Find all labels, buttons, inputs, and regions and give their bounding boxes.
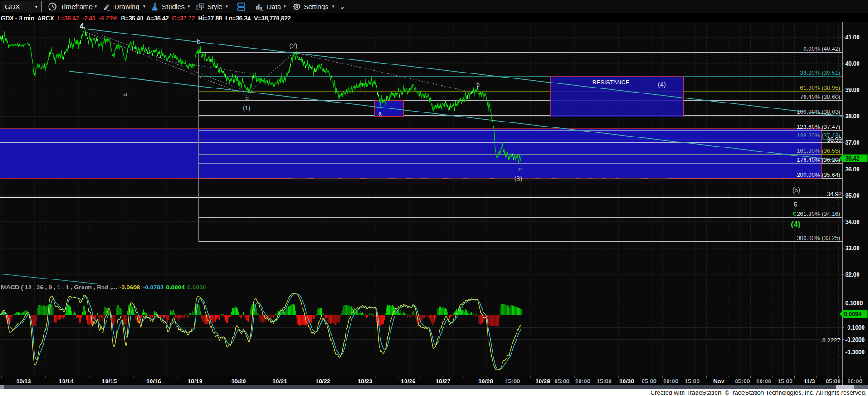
svg-text:33.00: 33.00 [845,244,860,252]
svg-text:36.42: 36.42 [845,155,860,162]
svg-text:0.0000: 0.0000 [187,284,206,291]
svg-text:10:00: 10:00 [847,378,862,385]
svg-text:34.92: 34.92 [827,191,842,197]
svg-text:15:00: 15:00 [684,378,699,385]
svg-text:15:00: 15:00 [777,378,792,385]
svg-text:(1): (1) [243,104,250,112]
svg-text:10/20: 10/20 [231,378,246,385]
svg-text:35.00: 35.00 [845,192,860,199]
svg-text:10/19: 10/19 [188,378,203,385]
svg-text:15:00: 15:00 [505,378,520,385]
svg-text:36.99: 36.99 [827,136,842,143]
svg-text:10/14: 10/14 [59,378,74,385]
svg-text:38.00: 38.00 [845,112,860,120]
svg-text:10/23: 10/23 [358,378,373,385]
svg-text:10/30: 10/30 [619,378,634,385]
svg-text:0.0094: 0.0094 [844,310,862,318]
svg-text:05:00: 05:00 [554,378,569,385]
svg-text:10/21: 10/21 [273,378,288,385]
svg-text:a: a [378,110,382,117]
svg-text:76.40% (38.60): 76.40% (38.60) [800,93,840,100]
svg-text:10/28: 10/28 [478,378,493,385]
svg-text:b: b [476,81,480,88]
svg-text:10:00: 10:00 [663,378,678,385]
svg-text:10/22: 10/22 [316,378,331,385]
svg-text:-0.0702: -0.0702 [143,284,164,291]
svg-text:0.00% (40.42): 0.00% (40.42) [803,45,840,52]
svg-text:-0.2227: -0.2227 [820,337,840,344]
svg-text:-0.1000: -0.1000 [845,324,865,331]
svg-text:37.00: 37.00 [845,139,860,147]
svg-text:36.00: 36.00 [845,166,860,173]
svg-text:39.00: 39.00 [845,86,860,93]
svg-text:0.1000: 0.1000 [845,299,863,307]
svg-text:(3): (3) [514,175,522,182]
svg-text:(5): (5) [792,186,800,194]
svg-text:300.00% (33.25): 300.00% (33.25) [797,235,840,241]
svg-text:MACD ( 12 , 26 , 9 , 1 , 1 , G: MACD ( 12 , 26 , 9 , 1 , 1 , Green , Red… [1,284,117,291]
svg-text:11/3: 11/3 [804,378,815,385]
svg-text:a: a [123,90,127,98]
svg-text:10/13: 10/13 [16,378,31,385]
svg-text:32.00: 32.00 [845,271,860,278]
svg-text:5: 5 [794,201,797,208]
svg-text:10/26: 10/26 [401,378,416,385]
svg-text:(2): (2) [289,42,297,49]
svg-text:05:00: 05:00 [641,378,656,385]
svg-text:-0.3000: -0.3000 [845,348,865,356]
svg-text:10/15: 10/15 [102,378,117,385]
svg-text:10/16: 10/16 [146,378,161,385]
svg-text:-0.2000: -0.2000 [845,336,865,343]
svg-text:c: c [518,166,522,173]
svg-text:0.0094: 0.0094 [166,284,185,291]
svg-text:41.00: 41.00 [845,34,860,41]
svg-text:b: b [197,38,200,45]
svg-text:4: 4 [80,22,84,30]
svg-text:100.00% (38.03): 100.00% (38.03) [797,108,840,115]
svg-text:05:00: 05:00 [735,378,750,385]
svg-text:61.80% (38.95): 61.80% (38.95) [800,84,840,91]
svg-text:C261.80% (34.16): C261.80% (34.16) [792,210,840,217]
svg-text:38.20% (39.51): 38.20% (39.51) [800,69,840,76]
svg-text:10/29: 10/29 [536,378,551,385]
svg-text:10:00: 10:00 [575,378,590,385]
svg-text:RESISTANCE: RESISTANCE [592,79,629,86]
svg-text:c: c [245,94,249,102]
svg-text:05:00: 05:00 [825,378,840,385]
svg-text:(4): (4) [658,81,666,88]
svg-text:-0.0608: -0.0608 [119,284,140,291]
svg-text:10:00: 10:00 [756,378,771,385]
svg-text:176.40% (36.20): 176.40% (36.20) [797,156,840,163]
svg-text:34.00: 34.00 [845,218,860,225]
svg-text:161.80% (36.55): 161.80% (36.55) [797,147,840,154]
svg-text:40.00: 40.00 [845,60,860,67]
svg-text:200.00% (35.64): 200.00% (35.64) [797,171,840,178]
svg-text:10/27: 10/27 [436,378,451,385]
svg-text:Nov: Nov [713,378,725,385]
svg-text:15:00: 15:00 [596,378,611,385]
svg-text:123.60% (37.47): 123.60% (37.47) [797,123,840,130]
svg-text:(4): (4) [791,220,800,229]
